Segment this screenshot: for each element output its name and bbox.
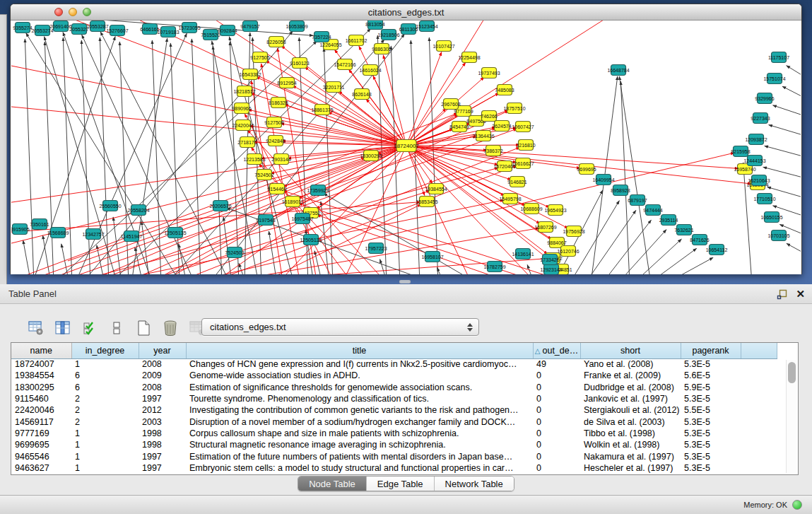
table-cell[interactable] <box>741 382 777 393</box>
table-cell[interactable]: 1998 <box>139 439 186 450</box>
graph-edge[interactable] <box>130 146 406 274</box>
graph-edge[interactable] <box>585 210 636 274</box>
table-cell[interactable]: Jankovic et al. (1997) <box>580 393 681 404</box>
tab-network-table[interactable]: Network Table <box>434 477 514 491</box>
float-window-icon[interactable] <box>777 289 787 300</box>
graph-edge[interactable] <box>113 217 122 274</box>
table-cell[interactable]: 2 <box>71 416 139 427</box>
table-cell[interactable]: 19384554 <box>11 370 71 381</box>
graph-edge[interactable] <box>406 145 519 146</box>
graph-edge[interactable] <box>45 37 117 274</box>
table-cell[interactable]: 9465546 <box>11 450 71 462</box>
graph-edge[interactable] <box>787 243 801 252</box>
graph-edge[interactable] <box>618 230 666 274</box>
table-cell[interactable]: 18724007 <box>11 358 71 370</box>
table-cell[interactable] <box>741 462 777 474</box>
table-cell[interactable]: 0 <box>533 428 580 439</box>
table-scrollbar[interactable] <box>786 360 796 473</box>
table-cell[interactable]: 1997 <box>139 462 186 474</box>
table-cell[interactable]: 2 <box>71 393 139 404</box>
tab-edge-table[interactable]: Edge Table <box>366 477 434 491</box>
table-cell[interactable]: 9777169 <box>11 428 71 439</box>
create-column-icon[interactable] <box>134 319 153 337</box>
select-all-columns-icon[interactable] <box>81 319 99 337</box>
graph-edge[interactable] <box>406 146 739 168</box>
table-options-icon[interactable] <box>27 319 45 337</box>
delete-columns-icon[interactable] <box>161 319 180 337</box>
graph-edge[interactable] <box>619 76 651 274</box>
table-cell[interactable]: Changes of HCN gene expression and I(f) … <box>186 358 533 370</box>
close-panel-icon[interactable]: ✕ <box>796 288 805 300</box>
table-cell[interactable]: 5.5E-5 <box>681 404 741 416</box>
table-cell[interactable] <box>741 370 777 381</box>
graph-edge[interactable] <box>82 31 293 274</box>
table-cell[interactable]: 1997 <box>139 450 186 462</box>
table-cell[interactable]: 2009 <box>139 370 186 381</box>
graph-edge[interactable] <box>602 220 651 274</box>
table-cell[interactable]: 5.9E-5 <box>681 382 741 393</box>
table-cell[interactable]: 5.3E-5 <box>681 393 741 404</box>
graph-edge[interactable] <box>773 105 801 115</box>
table-cell[interactable]: Embryonic stem cells: a model to study s… <box>186 462 533 474</box>
table-cell[interactable]: 5.3E-5 <box>681 358 741 370</box>
table-cell[interactable]: Tourette syndrome. Phenomenology and cla… <box>186 393 533 404</box>
graph-edge[interactable] <box>782 86 801 97</box>
table-cell[interactable] <box>741 428 777 439</box>
table-cell[interactable]: 2008 <box>139 358 186 370</box>
table-cell[interactable]: 5.3E-5 <box>681 450 741 462</box>
table-cell[interactable]: Genome-wide association studies in ADHD. <box>186 370 533 381</box>
table-cell[interactable]: 18300295 <box>11 382 71 393</box>
table-cell[interactable]: 49 <box>533 358 580 370</box>
column-header[interactable] <box>741 343 777 358</box>
table-cell[interactable]: 5.3E-5 <box>681 439 741 450</box>
table-cell[interactable]: Structural magnetic resonance image aver… <box>186 439 533 450</box>
table-cell[interactable]: Wolkin et al. (1998) <box>580 439 681 450</box>
table-cell[interactable]: 5.6E-5 <box>681 370 741 381</box>
graph-edge[interactable] <box>314 251 322 274</box>
table-cell[interactable]: 0 <box>533 404 580 416</box>
citation-network-graph[interactable]: 8226058912750516543382182185179890966224… <box>11 21 801 274</box>
table-cell[interactable]: 1 <box>71 428 139 439</box>
table-row[interactable]: 969969511998Structural magnetic resonanc… <box>11 439 777 450</box>
graph-edge[interactable] <box>324 194 478 274</box>
table-cell[interactable] <box>741 450 777 462</box>
table-cell[interactable]: Estimation of the future numbers of pati… <box>186 450 533 462</box>
table-cell[interactable] <box>741 358 777 370</box>
table-cell[interactable]: 1997 <box>139 393 186 404</box>
table-cell[interactable]: 1998 <box>139 428 186 439</box>
graph-edge[interactable] <box>633 239 681 274</box>
table-selector-dropdown[interactable]: citations_edges.txt <box>201 318 479 336</box>
table-cell[interactable]: 0 <box>533 382 580 393</box>
table-row[interactable]: 1830029562008Estimation of significance … <box>11 382 777 393</box>
table-cell[interactable]: Nakamura et al. (1997) <box>580 450 681 462</box>
column-header[interactable]: in_degree <box>71 343 139 358</box>
table-row[interactable]: 1938455462009Genome-wide association stu… <box>11 370 777 381</box>
graph-edge[interactable] <box>765 146 801 156</box>
table-cell[interactable]: 6 <box>71 382 139 393</box>
table-cell[interactable]: 6 <box>71 370 139 381</box>
table-cell[interactable]: de Silva et al. (2003) <box>580 416 681 427</box>
graph-edge[interactable] <box>769 125 801 135</box>
table-scrollbar-thumb[interactable] <box>788 362 796 383</box>
table-row[interactable]: 946554611997Estimation of the future num… <box>11 450 777 462</box>
table-cell[interactable]: 9115460 <box>11 393 71 404</box>
graph-edge[interactable] <box>192 39 201 274</box>
table-cell[interactable]: 9463627 <box>11 462 71 474</box>
table-cell[interactable]: 5.3E-5 <box>681 428 741 439</box>
table-row[interactable]: 911546021997Tourette syndrome. Phenomeno… <box>11 393 777 404</box>
table-row[interactable]: 946362711997Embryonic stem cells: a mode… <box>11 462 777 474</box>
table-row[interactable]: 1456911722003Disruption of a novel membe… <box>11 416 777 427</box>
table-cell[interactable]: 0 <box>533 462 580 474</box>
table-cell[interactable]: 1 <box>71 358 139 370</box>
column-header[interactable]: △out_de… <box>533 343 580 358</box>
tab-node-table[interactable]: Node Table <box>298 477 366 491</box>
network-canvas[interactable]: 8226058912750516543382182185179890966224… <box>11 21 801 274</box>
table-cell[interactable]: 0 <box>533 450 580 462</box>
table-row[interactable]: 1872400712008Changes of HCN gene express… <box>11 358 777 370</box>
table-cell[interactable] <box>741 393 777 404</box>
column-header[interactable]: pagerank <box>681 343 741 358</box>
table-cell[interactable]: Tibbo et al. (1998) <box>580 428 681 439</box>
table-cell[interactable]: 2008 <box>139 382 186 393</box>
table-cell[interactable]: 0 <box>533 439 580 450</box>
network-window-titlebar[interactable]: citations_edges.txt <box>11 4 801 21</box>
